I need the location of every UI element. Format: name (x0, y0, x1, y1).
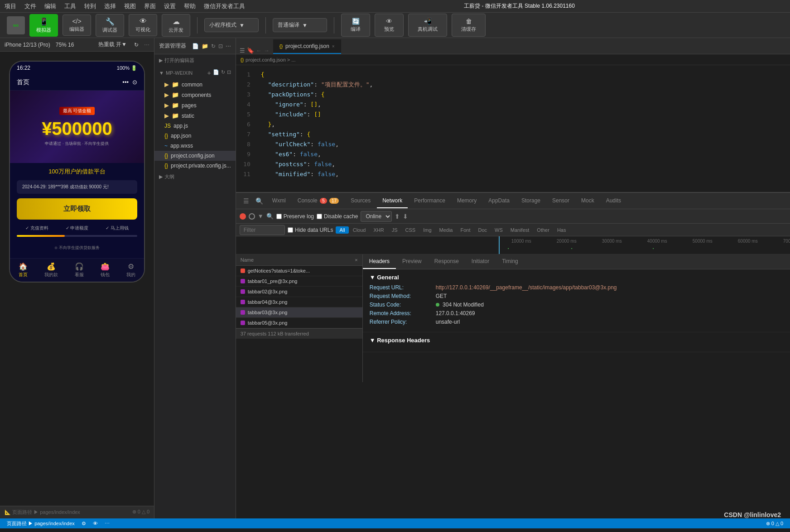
more-button[interactable]: ⋯ (144, 42, 149, 48)
outline-section[interactable]: ▶ 大纲 (154, 171, 236, 183)
refresh-icon[interactable]: ↻ (211, 43, 216, 49)
tab-memory[interactable]: Memory (452, 194, 482, 208)
stop-record-icon[interactable] (249, 213, 255, 220)
menu-help[interactable]: 帮助 (184, 2, 196, 10)
menu-settings[interactable]: 设置 (164, 2, 176, 10)
preserve-log-checkbox[interactable]: Preserve log (276, 213, 314, 220)
menu-interface[interactable]: 界面 (144, 2, 156, 10)
network-row-1[interactable]: tabbar01_pre@3x.png (236, 276, 362, 287)
folder-static[interactable]: ▶ 📁 static (154, 110, 236, 121)
simulator-button[interactable]: 📱 模拟器 (29, 14, 58, 37)
phone-capture-icon[interactable]: ⊙ (132, 79, 137, 86)
search-filter-icon[interactable]: 🔍 (266, 213, 274, 220)
compile-mode-select[interactable]: 普通编译 ▼ (273, 18, 327, 32)
tab-service[interactable]: 🎧 看服 (75, 262, 84, 278)
status-more-icon[interactable]: ⋯ (105, 521, 110, 527)
req-tab-preview[interactable]: Preview (396, 254, 428, 269)
clean-cache-button[interactable]: 🗑 清缓存 (452, 14, 486, 37)
status-eye-icon[interactable]: 👁 (93, 521, 98, 526)
file-project-private-config[interactable]: {} project.private.config.js... (154, 161, 236, 171)
status-settings-icon[interactable]: ⚙ (82, 521, 86, 527)
close-tab-icon[interactable]: × (332, 44, 335, 49)
debugger-button[interactable]: 🔧 调试器 (96, 14, 124, 37)
req-tab-response[interactable]: Response (428, 254, 465, 269)
req-tab-timing[interactable]: Timing (496, 254, 525, 269)
type-img[interactable]: Img (419, 226, 435, 234)
type-all[interactable]: All (336, 226, 348, 234)
tab-mock[interactable]: Mock (576, 194, 600, 208)
req-tab-initiator[interactable]: Initiator (465, 254, 496, 269)
tab-sources[interactable]: Sources (345, 194, 376, 208)
collapse-icon2[interactable]: ⊡ (227, 69, 231, 77)
editor-button[interactable]: </> 编辑器 (63, 14, 91, 36)
record-button[interactable] (240, 213, 246, 220)
type-xhr[interactable]: XHR (370, 226, 387, 234)
general-title[interactable]: ▼ General (370, 274, 790, 281)
cloud-button[interactable]: ☁ 云开发 (162, 14, 190, 37)
forward-icon[interactable]: → (264, 47, 270, 54)
miniprogram-mode-select[interactable]: 小程序模式 ▼ (204, 18, 259, 32)
menu-goto[interactable]: 转到 (84, 2, 96, 10)
tab-wallet[interactable]: 👛 钱包 (101, 262, 110, 278)
menu-file[interactable]: 文件 (24, 2, 36, 10)
type-doc[interactable]: Doc (474, 226, 491, 234)
req-tab-headers[interactable]: Headers (363, 254, 396, 269)
collapse-icon[interactable]: ⊡ (218, 43, 223, 49)
tab-project-config[interactable]: {} project.config.json × (273, 39, 341, 54)
new-file-icon2[interactable]: 📄 (213, 69, 219, 77)
visualize-button[interactable]: 👁 可视化 (129, 14, 157, 36)
tab-loan[interactable]: 💰 我的款 (44, 262, 58, 278)
file-app-wxss[interactable]: ~ app.wxss (154, 141, 236, 151)
add-icon[interactable]: + (207, 69, 211, 77)
menu-select[interactable]: 选择 (104, 2, 116, 10)
network-throttle-select[interactable]: Online (361, 211, 392, 222)
filter-icon[interactable]: ▼ (258, 213, 264, 220)
menu-tools[interactable]: 工具 (64, 2, 76, 10)
network-row-5[interactable]: tabbar05@3x.png (236, 318, 362, 328)
import-icon[interactable]: ⬆ (395, 213, 400, 220)
menu-weixin-devtools[interactable]: 微信开发者工具 (204, 2, 245, 10)
tab-sensor[interactable]: Sensor (547, 194, 575, 208)
tab-audits[interactable]: Audits (601, 194, 626, 208)
new-folder-icon[interactable]: 📁 (202, 43, 208, 49)
sidebar-toggle-icon[interactable]: ☰ (240, 47, 245, 54)
folder-common[interactable]: ▶ 📁 common (154, 79, 236, 90)
tab-performance[interactable]: Performance (409, 194, 451, 208)
preview-button[interactable]: 👁 预览 (375, 14, 404, 37)
file-app-js[interactable]: JS app.js (154, 121, 236, 131)
network-row-0[interactable]: getNotices?status=1&toke... (236, 266, 362, 276)
type-has[interactable]: Has (554, 226, 570, 234)
tab-wxml[interactable]: Wxml (267, 194, 291, 208)
type-css[interactable]: CSS (402, 226, 419, 234)
network-row-2[interactable]: tabbar02@3x.png (236, 287, 362, 297)
file-app-json[interactable]: {} app.json (154, 131, 236, 141)
tab-console[interactable]: Console 5 17 (292, 194, 344, 208)
disable-cache-checkbox[interactable]: Disable cache (317, 213, 358, 220)
tab-network[interactable]: Network (377, 194, 408, 208)
type-other[interactable]: Other (533, 226, 553, 234)
code-editor[interactable]: { "description": "项目配置文件。", "packOptions… (254, 65, 790, 192)
close-detail-icon[interactable]: × (355, 257, 357, 263)
phone-menu-icon[interactable]: ••• (122, 79, 129, 86)
filter-input[interactable] (240, 225, 285, 235)
folder-pages[interactable]: ▶ 📁 pages (154, 100, 236, 110)
open-editors-section[interactable]: ▶ 打开的编辑器 (154, 54, 236, 67)
inspect-icon[interactable]: 🔍 (253, 196, 266, 206)
devtools-toggle-icon[interactable]: ☰ (241, 196, 252, 206)
compile-button[interactable]: 🔄 编译 (341, 14, 370, 37)
more-explorer-icon[interactable]: ⋯ (226, 43, 231, 49)
hide-data-urls-checkbox[interactable]: Hide data URLs (288, 227, 333, 233)
reload-button[interactable]: ↻ (134, 42, 139, 48)
back-icon[interactable]: ← (256, 47, 262, 54)
menu-edit[interactable]: 编辑 (44, 2, 56, 10)
tab-appdata[interactable]: AppData (483, 194, 515, 208)
type-cloud[interactable]: Cloud (349, 226, 370, 234)
file-project-config[interactable]: {} project.config.json (154, 151, 236, 161)
type-manifest[interactable]: Manifest (507, 226, 533, 234)
menu-view[interactable]: 视图 (124, 2, 136, 10)
tab-home[interactable]: 🏠 首页 (19, 262, 28, 278)
bookmark-icon[interactable]: 🔖 (247, 47, 254, 54)
network-row-3[interactable]: tabbar04@3x.png (236, 297, 362, 307)
type-media[interactable]: Media (436, 226, 457, 234)
type-font[interactable]: Font (457, 226, 474, 234)
